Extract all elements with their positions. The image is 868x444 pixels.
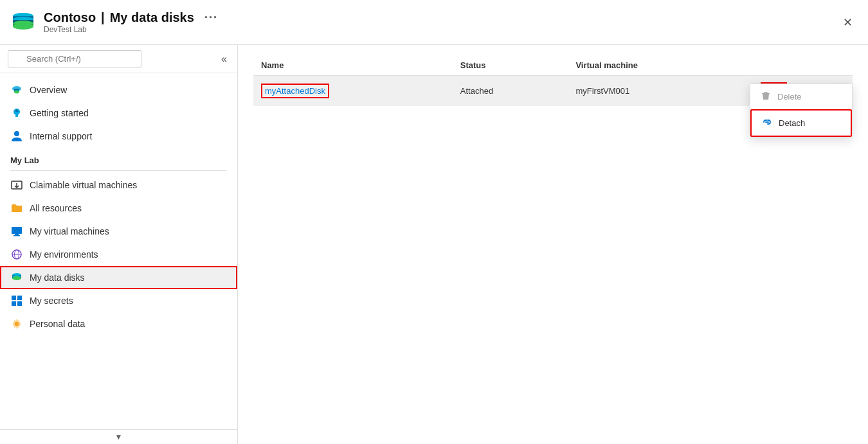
context-menu: Delete Detach (750, 84, 853, 138)
svg-rect-30 (17, 301, 22, 306)
collapse-sidebar-button[interactable]: « (219, 51, 230, 67)
svg-rect-17 (15, 234, 19, 235)
sidebar-item-all-resources[interactable]: All resources (0, 197, 237, 220)
sidebar-item-claimable-vms-label: Claimable virtual machines (30, 180, 137, 190)
column-header-name: Name (253, 55, 453, 76)
column-header-status: Status (453, 55, 568, 76)
gear-icon (10, 317, 23, 330)
main-layout: 🔍 « Overview (0, 45, 868, 444)
sidebar-item-overview[interactable]: Overview (0, 78, 237, 102)
disk-name-link[interactable]: myAttachedDisk (261, 84, 329, 98)
sidebar-item-my-data-disks-label: My data disks (30, 272, 85, 283)
disk-name-cell: myAttachedDisk (253, 76, 453, 106)
svg-rect-18 (14, 235, 20, 236)
my-lab-section-label: My Lab (0, 148, 237, 168)
resource-name: Contoso (44, 10, 96, 25)
sidebar-item-personal-data[interactable]: Personal data (0, 312, 237, 335)
svg-rect-16 (12, 227, 22, 234)
disk-status-cell: Attached (453, 76, 568, 106)
disks-icon (10, 271, 23, 284)
context-menu-detach-label: Detach (779, 118, 805, 128)
page-name: My data disks (110, 10, 194, 25)
svg-rect-27 (12, 296, 16, 300)
secrets-icon (10, 294, 23, 307)
header-ellipsis-button[interactable]: ··· (204, 11, 218, 24)
link-break-icon (762, 117, 772, 129)
sidebar-item-my-environments[interactable]: My environments (0, 243, 237, 266)
monitor-icon (10, 225, 23, 238)
globe-icon (10, 248, 23, 261)
folder-icon (10, 202, 23, 215)
sidebar-item-overview-label: Overview (30, 85, 67, 95)
search-input[interactable] (8, 50, 141, 67)
column-header-actions (753, 55, 853, 76)
cloud-upload-icon (10, 84, 23, 96)
sidebar: 🔍 « Overview (0, 45, 238, 444)
svg-point-32 (15, 322, 19, 326)
rocket-icon (10, 107, 23, 120)
disk-vm-cell: myFirstVM001 (568, 76, 753, 106)
header: Contoso | My data disks ··· DevTest Lab … (0, 0, 868, 45)
svg-rect-28 (17, 296, 22, 300)
svg-rect-34 (762, 93, 770, 94)
sidebar-item-all-resources-label: All resources (30, 203, 82, 213)
sidebar-item-my-vms-label: My virtual machines (30, 226, 109, 236)
header-title-block: Contoso | My data disks ··· DevTest Lab (44, 10, 218, 34)
person-icon (10, 130, 23, 143)
context-menu-delete[interactable]: Delete (750, 84, 852, 109)
my-lab-divider (10, 170, 227, 171)
sidebar-scroll-indicator: ▼ (0, 429, 237, 444)
sidebar-search-row: 🔍 « (0, 45, 237, 73)
context-menu-delete-label: Delete (777, 92, 802, 102)
close-button[interactable]: ✕ (838, 13, 858, 32)
sidebar-item-my-secrets[interactable]: My secrets (0, 289, 237, 312)
header-subtitle: DevTest Lab (44, 25, 218, 34)
svg-point-13 (14, 131, 19, 136)
contoso-logo (10, 10, 36, 35)
sidebar-item-getting-started[interactable]: Getting started (0, 102, 237, 125)
sidebar-item-my-data-disks[interactable]: My data disks (0, 266, 237, 289)
sidebar-item-claimable-vms[interactable]: Claimable virtual machines (0, 173, 237, 197)
sidebar-item-internal-support-label: Internal support (30, 131, 92, 141)
svg-point-6 (13, 23, 33, 30)
sidebar-item-getting-started-label: Getting started (30, 108, 89, 118)
svg-point-26 (12, 276, 21, 280)
svg-rect-29 (12, 301, 16, 306)
sidebar-nav: Overview Getting started (0, 73, 237, 429)
sidebar-item-personal-data-label: Personal data (30, 319, 85, 329)
column-header-vm: Virtual machine (568, 55, 753, 76)
sidebar-item-internal-support[interactable]: Internal support (0, 125, 237, 148)
sidebar-item-my-vms[interactable]: My virtual machines (0, 220, 237, 243)
trash-icon (761, 91, 771, 103)
svg-rect-33 (764, 92, 768, 93)
search-wrapper: 🔍 (8, 50, 213, 67)
content-area: Name Status Virtual machine myAttachedDi… (238, 45, 868, 444)
svg-point-9 (14, 91, 19, 94)
scroll-down-arrow[interactable]: ▼ (115, 432, 123, 441)
sidebar-item-my-environments-label: My environments (30, 249, 98, 260)
page-title: Contoso | My data disks ··· (44, 10, 218, 25)
svg-rect-12 (15, 114, 18, 117)
title-separator: | (101, 10, 105, 25)
download-box-icon (10, 179, 23, 191)
context-menu-detach[interactable]: Detach (750, 109, 852, 137)
sidebar-item-my-secrets-label: My secrets (30, 296, 73, 306)
